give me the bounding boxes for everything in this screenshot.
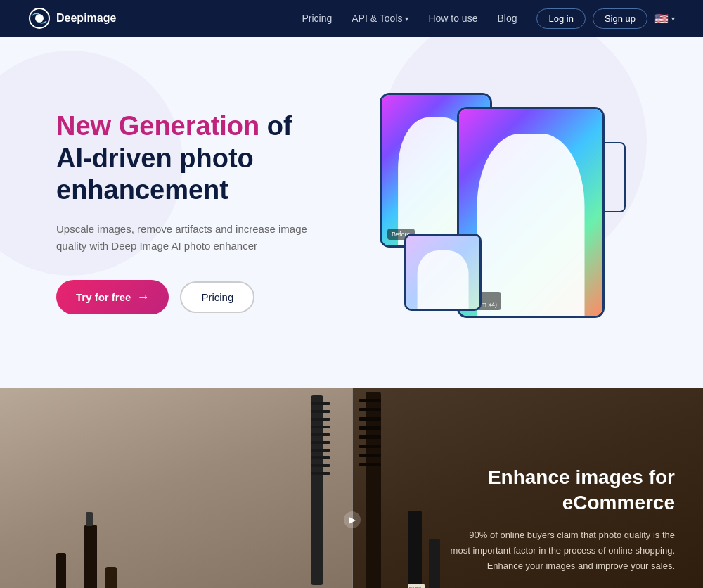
login-button[interactable]: Log in [536, 8, 585, 29]
ecommerce-section: HAIR OIL [0, 388, 703, 588]
ecommerce-left-image: HAIR OIL [0, 388, 352, 588]
nav-pricing-link[interactable]: Pricing [302, 13, 332, 24]
hero-buttons: Try for free → Pricing [56, 280, 352, 314]
divider-arrow-icon: ▶ [344, 511, 361, 528]
photo-cards-container: Before After (zoom x4) [366, 79, 633, 346]
hero-title: New Generation ofAI-driven photoenhancem… [56, 110, 352, 207]
hero-subtitle: Upscale images, remove artifacts and inc… [56, 221, 309, 255]
nav-api-tools-link[interactable]: API & Tools ▾ [352, 13, 408, 24]
hero-title-accent: New Generation [56, 111, 259, 141]
navbar: Deepimage Pricing API & Tools ▾ How to u… [0, 0, 703, 37]
hero-left-content: New Generation ofAI-driven photoenhancem… [56, 110, 352, 314]
lang-chevron-icon: ▾ [671, 15, 675, 23]
nav-blog-link[interactable]: Blog [497, 13, 517, 24]
logo-text: Deepimage [56, 12, 116, 25]
svg-point-1 [35, 14, 44, 23]
logo-icon [28, 7, 51, 30]
ecommerce-content: Enhance images for eCommerce 90% of onli… [450, 465, 675, 574]
nav-how-to-use-link[interactable]: How to use [428, 13, 477, 24]
flag-icon: 🇺🇸 [654, 12, 669, 25]
hero-right-images: Before After (zoom x4) [352, 79, 647, 346]
logo[interactable]: Deepimage [28, 7, 116, 30]
ecommerce-description: 90% of online buyers claim that photo qu… [450, 528, 675, 574]
nav-links: Pricing API & Tools ▾ How to use Blog [302, 13, 517, 24]
ecommerce-title: Enhance images for eCommerce [450, 465, 675, 516]
ecommerce-divider: ▶ [352, 388, 353, 588]
photo-card-small [404, 234, 482, 311]
hero-section: New Generation ofAI-driven photoenhancem… [0, 37, 703, 388]
signup-button[interactable]: Sign up [593, 8, 647, 29]
try-free-button[interactable]: Try for free → [56, 280, 169, 314]
api-tools-chevron-icon: ▾ [405, 15, 408, 23]
pricing-button[interactable]: Pricing [180, 281, 254, 313]
nav-actions: Log in Sign up 🇺🇸 ▾ [536, 8, 675, 29]
arrow-right-icon: → [136, 290, 149, 305]
language-selector[interactable]: 🇺🇸 ▾ [654, 12, 675, 25]
